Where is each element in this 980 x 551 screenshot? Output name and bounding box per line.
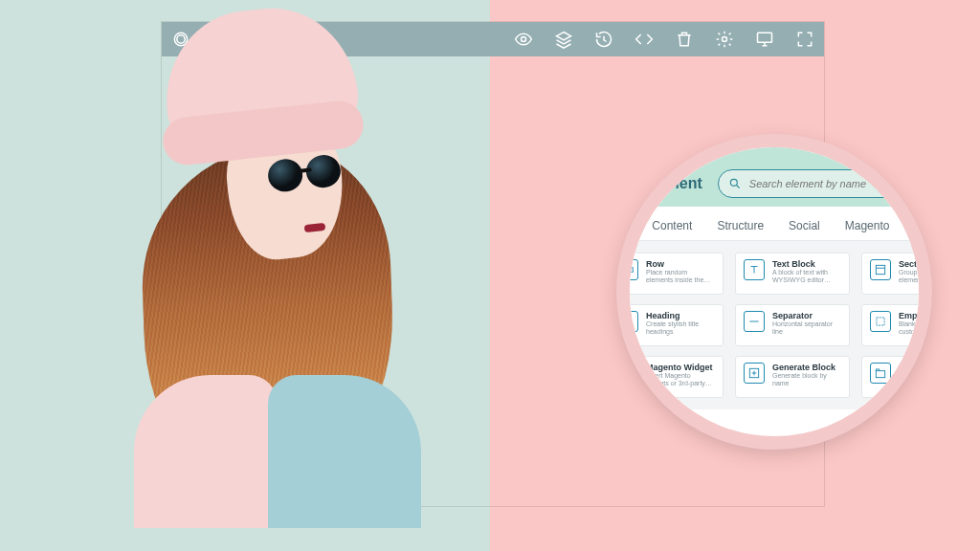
card-desc: A block of text with WYSIWYG editor Sect… (772, 269, 841, 284)
card-name: Row (646, 259, 715, 269)
element-card[interactable]: SectionGroup multiple elements in sectio… (861, 253, 932, 295)
heading-icon (617, 311, 638, 332)
separator-icon (744, 311, 765, 332)
gear-icon[interactable] (715, 30, 734, 49)
tabs-icon (870, 363, 891, 384)
card-name: Heading (646, 311, 715, 320)
search-icon (728, 177, 742, 190)
card-name: Separator (772, 311, 841, 320)
card-desc: Place random elements inside the row (646, 269, 715, 284)
row-icon (617, 259, 638, 280)
svg-rect-14 (876, 371, 884, 378)
history-icon[interactable] (594, 30, 613, 49)
svg-point-3 (522, 37, 526, 42)
card-desc: Generate block by name (772, 372, 841, 387)
tab-magento[interactable]: Magento (845, 219, 890, 240)
element-card[interactable]: SeparatorHorizontal separator line (735, 304, 850, 346)
tab-structure[interactable]: Structure (717, 219, 764, 240)
magnifier-lens: Add Element All Content Structure Social… (616, 134, 932, 450)
card-name: Magento Widget (646, 363, 715, 372)
section-icon (870, 259, 891, 280)
card-desc: Create stylish title headings (646, 320, 715, 336)
fullscreen-icon[interactable] (795, 30, 814, 49)
add-element-panel: Add Element All Content Structure Social… (616, 147, 932, 409)
elements-grid: RowPlace random elements inside the row … (616, 241, 932, 409)
card-name: Generate Block (772, 363, 841, 372)
device-icon[interactable] (755, 30, 774, 49)
hero-image (124, 0, 431, 490)
svg-point-6 (730, 179, 737, 186)
preview-icon[interactable] (514, 30, 533, 49)
card-name: Empty Space (899, 311, 932, 320)
card-desc: Group multiple elements in section (899, 269, 932, 284)
svg-rect-9 (877, 318, 884, 325)
layers-icon[interactable] (554, 30, 573, 49)
tab-content[interactable]: Content (652, 219, 692, 240)
generate-icon (744, 363, 765, 384)
element-card[interactable]: Generate BlockGenerate block by name (735, 356, 850, 398)
svg-rect-7 (623, 268, 634, 273)
element-card[interactable]: RowPlace random elements inside the row (616, 253, 724, 295)
element-card[interactable]: Text BlockA block of text with WYSIWYG e… (735, 253, 850, 295)
code-icon[interactable] (635, 30, 654, 49)
text-icon (744, 259, 765, 280)
empty-space-icon (870, 311, 891, 332)
card-desc: Horizontal separator line (772, 320, 841, 336)
trash-icon[interactable] (675, 30, 694, 49)
svg-rect-8 (876, 265, 884, 274)
svg-rect-5 (758, 33, 772, 42)
card-name: Text Block (772, 259, 841, 269)
element-card[interactable]: Empty SpaceBlank space with custom heigh… (861, 304, 932, 346)
element-card[interactable]: HeadingCreate stylish title headings (616, 304, 724, 346)
tab-social[interactable]: Social (789, 219, 820, 240)
svg-point-4 (723, 37, 727, 42)
card-name: Section (899, 259, 932, 269)
card-desc: Insert Magento widgets or 3rd-party exte… (646, 372, 715, 387)
panel-tabs: All Content Structure Social Magento (616, 207, 932, 241)
